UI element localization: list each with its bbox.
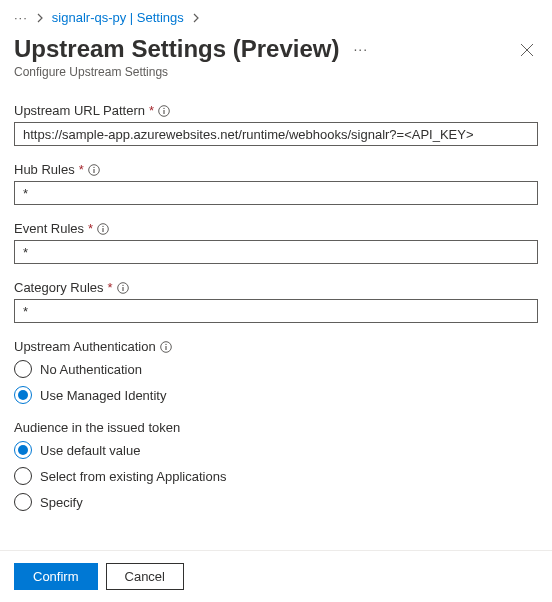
label-event-rules: Event Rules [14, 221, 84, 236]
radio-use-default[interactable]: Use default value [14, 441, 538, 459]
svg-rect-11 [122, 287, 123, 291]
field-upstream-auth: Upstream Authentication No Authenticatio… [14, 339, 538, 404]
svg-point-10 [122, 284, 123, 285]
required-marker: * [88, 221, 93, 236]
radio-icon [14, 467, 32, 485]
svg-point-13 [165, 343, 166, 344]
radio-icon [14, 360, 32, 378]
radio-label: Specify [40, 495, 83, 510]
radio-label: Use default value [40, 443, 140, 458]
svg-rect-8 [103, 228, 104, 232]
chevron-right-icon [36, 13, 44, 23]
info-icon[interactable] [97, 223, 109, 235]
category-rules-input[interactable] [14, 299, 538, 323]
radio-icon [14, 493, 32, 511]
close-icon [520, 43, 534, 57]
radio-label: Select from existing Applications [40, 469, 226, 484]
radio-select-existing[interactable]: Select from existing Applications [14, 467, 538, 485]
hub-rules-input[interactable] [14, 181, 538, 205]
info-icon[interactable] [88, 164, 100, 176]
close-button[interactable] [516, 39, 538, 61]
label-url-pattern: Upstream URL Pattern [14, 103, 145, 118]
required-marker: * [79, 162, 84, 177]
event-rules-input[interactable] [14, 240, 538, 264]
audience-radio-group: Use default value Select from existing A… [14, 441, 538, 511]
radio-managed-identity[interactable]: Use Managed Identity [14, 386, 538, 404]
field-event-rules: Event Rules * [14, 221, 538, 264]
label-category-rules: Category Rules [14, 280, 104, 295]
radio-specify[interactable]: Specify [14, 493, 538, 511]
confirm-button[interactable]: Confirm [14, 563, 98, 590]
breadcrumb-link-settings[interactable]: signalr-qs-py | Settings [52, 10, 184, 25]
title-more-icon[interactable]: ··· [353, 42, 368, 56]
info-icon[interactable] [158, 105, 170, 117]
form: Upstream URL Pattern * Hub Rules * Event… [14, 103, 538, 511]
svg-rect-5 [93, 169, 94, 173]
breadcrumb: ··· signalr-qs-py | Settings [14, 10, 538, 25]
svg-point-1 [163, 107, 164, 108]
svg-rect-14 [165, 346, 166, 350]
info-icon[interactable] [117, 282, 129, 294]
svg-rect-2 [163, 110, 164, 114]
svg-point-7 [102, 225, 103, 226]
required-marker: * [108, 280, 113, 295]
radio-icon [14, 441, 32, 459]
cancel-button[interactable]: Cancel [106, 563, 184, 590]
page-title: Upstream Settings (Preview) [14, 35, 339, 63]
field-hub-rules: Hub Rules * [14, 162, 538, 205]
field-category-rules: Category Rules * [14, 280, 538, 323]
info-icon[interactable] [160, 341, 172, 353]
breadcrumb-ellipsis[interactable]: ··· [14, 10, 28, 25]
panel-header: Upstream Settings (Preview) ··· Configur… [14, 35, 538, 79]
svg-point-4 [93, 166, 94, 167]
label-audience: Audience in the issued token [14, 420, 538, 435]
radio-label: Use Managed Identity [40, 388, 166, 403]
radio-label: No Authentication [40, 362, 142, 377]
footer: Confirm Cancel [0, 550, 552, 602]
page-subtitle: Configure Upstream Settings [14, 65, 368, 79]
radio-icon [14, 386, 32, 404]
upstream-auth-radio-group: No Authentication Use Managed Identity [14, 360, 538, 404]
url-pattern-input[interactable] [14, 122, 538, 146]
chevron-right-icon [192, 13, 200, 23]
field-url-pattern: Upstream URL Pattern * [14, 103, 538, 146]
label-hub-rules: Hub Rules [14, 162, 75, 177]
required-marker: * [149, 103, 154, 118]
radio-no-authentication[interactable]: No Authentication [14, 360, 538, 378]
label-upstream-auth: Upstream Authentication [14, 339, 156, 354]
